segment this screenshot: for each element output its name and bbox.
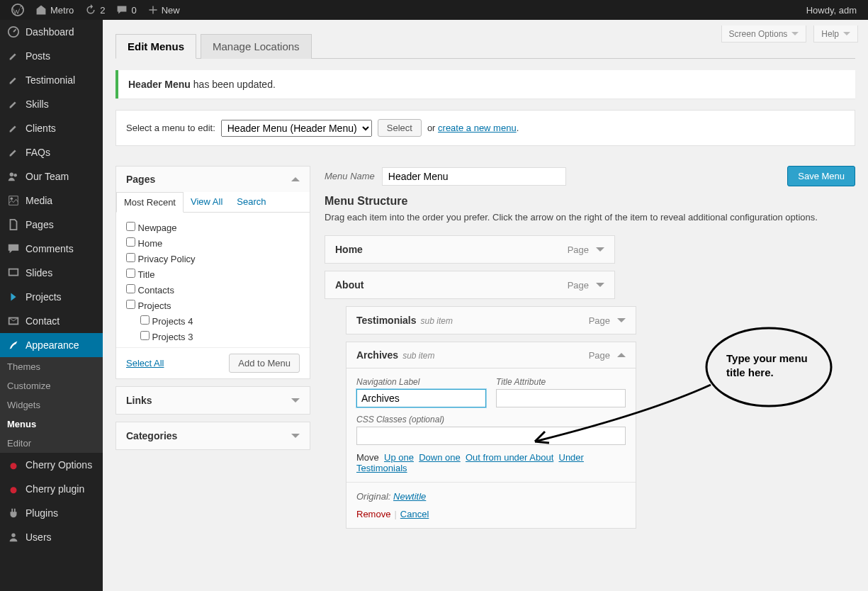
comments-count: 0 [131, 5, 136, 16]
new-label: New [162, 5, 180, 16]
admin-toolbar: Metro 2 0 New Howdy, adm [0, 0, 868, 20]
site-name: Metro [50, 5, 74, 16]
site-link[interactable]: Metro [30, 0, 79, 20]
updates-link[interactable]: 2 [79, 0, 111, 20]
howdy-link[interactable]: Howdy, adm [801, 0, 862, 20]
wp-logo[interactable] [6, 0, 30, 20]
new-link[interactable]: New [142, 0, 186, 20]
updates-count: 2 [100, 5, 105, 16]
comments-link[interactable]: 0 [111, 0, 142, 20]
